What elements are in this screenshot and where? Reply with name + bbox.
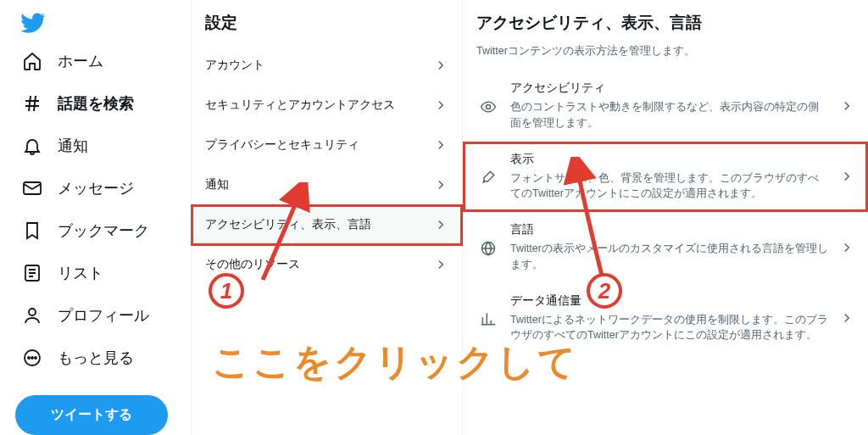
bell-icon bbox=[22, 136, 42, 156]
detail-subtitle: Twitterコンテンツの表示方法を管理します。 bbox=[463, 39, 868, 70]
svg-point-5 bbox=[31, 357, 33, 359]
profile-icon bbox=[22, 305, 42, 326]
settings-row-label: アカウント bbox=[205, 58, 264, 73]
detail-title: アクセシビリティ、表示、言語 bbox=[476, 12, 854, 34]
svg-point-4 bbox=[28, 357, 30, 359]
svg-point-2 bbox=[29, 309, 36, 315]
detail-row-title: アクセシビリティ bbox=[510, 81, 829, 96]
settings-row-label: アクセシビリティ、表示、言語 bbox=[205, 217, 371, 232]
chevron-right-icon bbox=[839, 240, 854, 255]
nav-item-label: プロフィール bbox=[58, 305, 149, 326]
detail-row-desc: フォントサイズ、色、背景を管理します。このブラウザのすべてのTwitterアカウ… bbox=[510, 170, 829, 203]
nav-item-more[interactable]: もっと見る bbox=[15, 339, 181, 376]
nav-item-notifications[interactable]: 通知 bbox=[15, 127, 181, 165]
hash-icon bbox=[22, 93, 42, 114]
settings-row-accessibility[interactable]: アクセシビリティ、表示、言語 bbox=[192, 205, 462, 245]
settings-row-label: その他のリソース bbox=[205, 257, 300, 272]
nav-item-label: リスト bbox=[58, 263, 103, 283]
chevron-right-icon bbox=[433, 177, 448, 192]
nav-item-home[interactable]: ホーム bbox=[15, 42, 181, 80]
settings-column: 設定 アカウント セキュリティとアカウントアクセス プライバシーとセキュリティ bbox=[192, 0, 463, 435]
detail-row-desc: Twitterによるネットワークデータの使用を制限します。このブラウザのすべての… bbox=[510, 312, 829, 344]
nav-item-label: ホーム bbox=[58, 51, 103, 71]
nav-item-label: 話題を検索 bbox=[58, 93, 134, 114]
settings-row-label: セキュリティとアカウントアクセス bbox=[205, 98, 395, 113]
envelope-icon bbox=[22, 178, 42, 198]
detail-row-language[interactable]: 言語 Twitterの表示やメールのカスタマイズに使用される言語を管理します。 bbox=[463, 212, 868, 283]
settings-row-label: プライバシーとセキュリティ bbox=[205, 137, 359, 153]
globe-icon bbox=[476, 240, 500, 257]
settings-row-privacy[interactable]: プライバシーとセキュリティ bbox=[192, 125, 462, 165]
detail-row-title: 言語 bbox=[510, 222, 829, 237]
nav-item-lists[interactable]: リスト bbox=[15, 254, 181, 292]
list-icon bbox=[22, 263, 42, 283]
svg-point-6 bbox=[35, 357, 36, 359]
detail-row-display[interactable]: 表示 フォントサイズ、色、背景を管理します。このブラウザのすべてのTwitter… bbox=[463, 142, 868, 213]
chevron-right-icon bbox=[433, 137, 448, 153]
detail-row-data-usage[interactable]: データ通信量 Twitterによるネットワークデータの使用を制限します。このブラ… bbox=[463, 283, 868, 354]
brush-icon bbox=[476, 169, 500, 186]
nav-item-profile[interactable]: プロフィール bbox=[15, 297, 181, 334]
chevron-right-icon bbox=[433, 98, 448, 113]
chevron-right-icon bbox=[839, 98, 854, 114]
nav-item-label: メッセージ bbox=[58, 178, 134, 198]
chevron-right-icon bbox=[839, 310, 854, 326]
nav-item-label: もっと見る bbox=[58, 348, 134, 368]
nav-item-explore[interactable]: 話題を検索 bbox=[15, 85, 181, 122]
bookmark-icon bbox=[22, 220, 42, 241]
eye-icon bbox=[476, 98, 500, 115]
settings-title: 設定 bbox=[192, 0, 462, 46]
detail-row-title: 表示 bbox=[510, 152, 829, 167]
sidebar: ホーム 話題を検索 通知 メッセージ bbox=[0, 0, 192, 435]
chevron-right-icon bbox=[433, 58, 448, 73]
more-icon bbox=[22, 348, 42, 368]
settings-row-label: 通知 bbox=[205, 177, 229, 192]
settings-row-additional[interactable]: その他のリソース bbox=[192, 245, 462, 285]
nav-item-label: 通知 bbox=[58, 136, 88, 156]
home-icon bbox=[22, 51, 42, 71]
tweet-button[interactable]: ツイートする bbox=[15, 395, 168, 435]
detail-row-desc: Twitterの表示やメールのカスタマイズに使用される言語を管理します。 bbox=[510, 241, 829, 273]
detail-row-desc: 色のコントラストや動きを制限するなど、表示内容の特定の側面を管理します。 bbox=[510, 99, 829, 131]
settings-row-security[interactable]: セキュリティとアカウントアクセス bbox=[192, 86, 462, 125]
settings-row-account[interactable]: アカウント bbox=[192, 46, 462, 86]
twitter-logo[interactable] bbox=[20, 10, 181, 36]
settings-row-notifications[interactable]: 通知 bbox=[192, 165, 462, 205]
nav-item-bookmarks[interactable]: ブックマーク bbox=[15, 212, 181, 249]
detail-column: アクセシビリティ、表示、言語 Twitterコンテンツの表示方法を管理します。 … bbox=[463, 0, 868, 435]
chart-icon bbox=[476, 310, 500, 327]
chevron-right-icon bbox=[433, 257, 448, 272]
chevron-right-icon bbox=[839, 169, 854, 184]
chevron-right-icon bbox=[433, 217, 448, 232]
nav-item-messages[interactable]: メッセージ bbox=[15, 170, 181, 207]
nav-item-label: ブックマーク bbox=[58, 220, 149, 241]
svg-point-7 bbox=[487, 104, 491, 109]
detail-row-title: データ通信量 bbox=[510, 293, 829, 309]
detail-row-accessibility[interactable]: アクセシビリティ 色のコントラストや動きを制限するなど、表示内容の特定の側面を管… bbox=[463, 70, 868, 142]
